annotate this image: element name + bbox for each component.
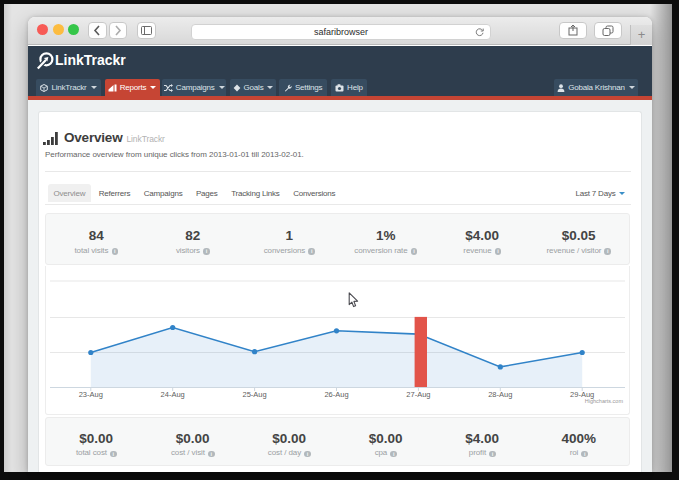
- svg-text:23-Aug: 23-Aug: [79, 390, 103, 399]
- svg-text:Highcharts.com: Highcharts.com: [585, 398, 624, 404]
- svg-text:24-Aug: 24-Aug: [161, 390, 185, 399]
- svg-text:28-Aug: 28-Aug: [488, 390, 512, 399]
- svg-text:27-Aug: 27-Aug: [406, 390, 430, 399]
- svg-text:25-Aug: 25-Aug: [243, 390, 267, 399]
- svg-text:26-Aug: 26-Aug: [324, 390, 348, 399]
